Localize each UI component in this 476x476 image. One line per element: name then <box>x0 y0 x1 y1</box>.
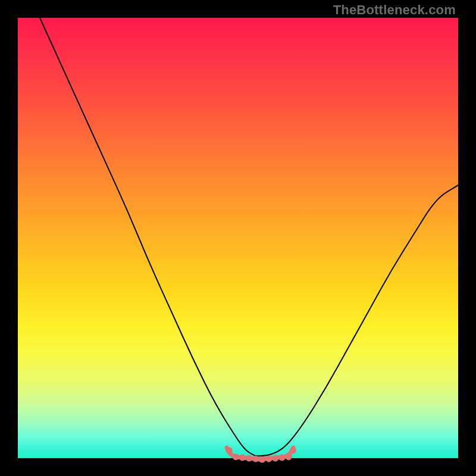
optimal-dot <box>246 455 252 462</box>
optimal-dot <box>252 456 259 462</box>
curve-svg <box>18 18 458 458</box>
optimal-dot <box>272 455 278 462</box>
watermark-text: TheBottleneck.com <box>333 2 456 18</box>
optimal-dot <box>279 455 286 461</box>
optimal-dot <box>265 456 272 462</box>
optimal-dot <box>226 447 233 453</box>
optimal-dot <box>286 453 292 460</box>
chart-frame: TheBottleneck.com <box>0 0 476 476</box>
optimal-dot <box>239 455 246 461</box>
plot-area <box>18 18 458 458</box>
optimal-dot <box>259 456 265 463</box>
optimal-dot <box>233 453 239 460</box>
curve-left-branch <box>40 18 256 456</box>
optimal-dot <box>290 447 296 453</box>
curve-right-branch <box>256 185 458 456</box>
